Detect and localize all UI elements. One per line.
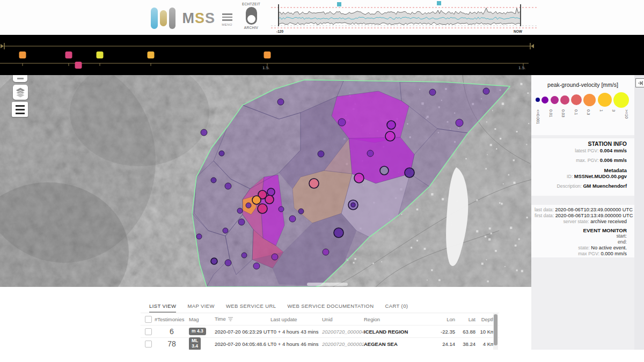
sort-icon[interactable] bbox=[228, 316, 233, 322]
station-marker[interactable] bbox=[298, 209, 304, 214]
map-layers-button[interactable] bbox=[13, 85, 28, 100]
waveform-canvas bbox=[271, 1, 539, 34]
layers-icon bbox=[14, 86, 26, 98]
station-marker[interactable] bbox=[338, 119, 346, 126]
station-marker[interactable] bbox=[387, 121, 396, 129]
column-header-time[interactable]: Time bbox=[215, 316, 270, 322]
station-marker[interactable] bbox=[456, 119, 463, 127]
sidebar-scroll-track[interactable] bbox=[634, 75, 644, 350]
legend-circle bbox=[536, 98, 540, 102]
legend-value-label: >=10 bbox=[624, 109, 629, 134]
table-cell: 38.24 bbox=[457, 341, 478, 347]
tab-cart-0-[interactable]: CART (0) bbox=[385, 303, 408, 313]
station-marker[interactable] bbox=[265, 195, 274, 204]
map-menu-button[interactable] bbox=[12, 102, 28, 117]
toggle-knob-icon bbox=[247, 15, 255, 23]
station-marker[interactable] bbox=[246, 203, 251, 208]
legend-labels: <=0.0010.010.030.10.313>=10 bbox=[536, 109, 629, 134]
timeline-event-marker[interactable] bbox=[75, 62, 82, 69]
tab-web-service-documentation[interactable]: WEB SERVICE DOCUMENTATION bbox=[287, 303, 374, 313]
station-marker[interactable] bbox=[367, 150, 374, 157]
legend-value-label: 0.01 bbox=[548, 109, 553, 134]
station-marker[interactable] bbox=[385, 131, 395, 141]
station-marker[interactable] bbox=[223, 228, 228, 233]
station-marker[interactable] bbox=[429, 89, 436, 95]
station-marker[interactable] bbox=[309, 179, 319, 188]
app-title: MSS bbox=[182, 8, 215, 29]
row-checkbox[interactable] bbox=[145, 341, 152, 348]
event-table-row[interactable]: 6m 4.32020-07-20 06:23:29 UTCT0 + 4 hour… bbox=[141, 326, 499, 338]
station-marker[interactable] bbox=[318, 151, 324, 157]
server-state-line: server state: archive received bbox=[535, 219, 627, 224]
event-max-pgv-line: max PGV: 0.000 mm/s bbox=[535, 251, 627, 256]
legend-circle bbox=[551, 96, 559, 104]
station-marker[interactable] bbox=[211, 258, 217, 264]
event-marker-icon[interactable] bbox=[437, 1, 441, 5]
station-marker[interactable] bbox=[405, 168, 414, 178]
station-marker[interactable] bbox=[354, 173, 364, 183]
table-scrollbar[interactable] bbox=[493, 313, 498, 350]
info-sidebar: peak-ground-velocity [mm/s] <=0.0010.010… bbox=[531, 75, 634, 350]
event-list-panel: LIST VIEWMAP VIEWWEB SERVICE URLWEB SERV… bbox=[141, 298, 499, 350]
row-checkbox[interactable] bbox=[145, 328, 152, 335]
collapse-panel-button[interactable] bbox=[635, 78, 644, 87]
seismogram-display: -120 NOW bbox=[271, 1, 539, 34]
station-marker[interactable] bbox=[267, 188, 275, 196]
logo-bar-blue-icon bbox=[151, 8, 158, 29]
table-cell: AEGEAN SEA bbox=[364, 341, 433, 347]
table-scrollbar-thumb[interactable] bbox=[494, 314, 497, 345]
magnitude-badge: m 4.3 bbox=[189, 328, 206, 335]
timeline-event-marker[interactable] bbox=[65, 51, 72, 58]
timeline-event-marker[interactable] bbox=[264, 51, 271, 58]
timeline-event-marker[interactable] bbox=[19, 51, 26, 58]
arrow-right-icon bbox=[638, 80, 643, 86]
station-marker[interactable] bbox=[237, 208, 243, 213]
tab-web-service-url[interactable]: WEB SERVICE URL bbox=[226, 303, 276, 313]
station-marker[interactable] bbox=[253, 263, 260, 269]
table-cell: -22.35 bbox=[433, 329, 457, 335]
event-table-row[interactable]: 78ML3.42020-07-20 04:05:48.6 UTCT0 + 4 h… bbox=[141, 338, 499, 350]
menu-button[interactable]: MENÜ bbox=[221, 12, 233, 28]
toggle-pill[interactable] bbox=[246, 7, 257, 25]
station-marker[interactable] bbox=[225, 260, 231, 266]
table-cell: 20200720_0000023 bbox=[322, 341, 364, 347]
station-marker[interactable] bbox=[238, 219, 245, 225]
legend-circle bbox=[541, 97, 548, 104]
legend-value-label: 0.1 bbox=[574, 109, 579, 134]
station-marker[interactable] bbox=[279, 206, 284, 212]
station-marker[interactable] bbox=[225, 183, 231, 189]
station-marker[interactable] bbox=[334, 228, 343, 238]
column-header-mag: Mag bbox=[189, 316, 215, 322]
station-marker[interactable] bbox=[323, 249, 329, 255]
timeline-event-marker[interactable] bbox=[148, 51, 155, 58]
station-marker[interactable] bbox=[252, 196, 261, 204]
station-marker[interactable] bbox=[483, 88, 489, 94]
station-marker[interactable] bbox=[289, 216, 296, 222]
tab-map-view[interactable]: MAP VIEW bbox=[187, 303, 215, 313]
station-marker[interactable] bbox=[258, 204, 267, 213]
timeline-event-marker[interactable] bbox=[97, 51, 104, 58]
map-horizontal-scrollbar[interactable] bbox=[307, 283, 348, 286]
station-marker[interactable] bbox=[219, 151, 224, 156]
tab-list-view[interactable]: LIST VIEW bbox=[149, 303, 176, 313]
station-marker[interactable] bbox=[201, 129, 207, 136]
legend-circles bbox=[536, 91, 629, 108]
timeline-track[interactable] bbox=[0, 35, 644, 75]
max-pgv-line: max. PGV: 0.006 mm/s bbox=[535, 158, 627, 163]
column-header-unid: Unid bbox=[322, 316, 364, 322]
map-zoom-button[interactable] bbox=[13, 75, 27, 82]
event-marker-icon[interactable] bbox=[337, 2, 341, 6]
map-canvas[interactable] bbox=[0, 75, 531, 287]
station-marker[interactable] bbox=[196, 234, 202, 239]
select-all-checkbox[interactable] bbox=[145, 316, 152, 323]
station-marker[interactable] bbox=[277, 99, 284, 105]
table-cell bbox=[141, 328, 155, 335]
toggle-top-label: ECHTZEIT bbox=[240, 2, 262, 6]
realtime-archive-toggle[interactable]: ECHTZEIT ARCHIV bbox=[240, 2, 262, 34]
station-marker[interactable] bbox=[211, 178, 216, 183]
station-marker[interactable] bbox=[241, 253, 247, 258]
latest-pgv-line: latest PGV: 0.004 mm/s bbox=[535, 148, 627, 153]
event-start-line: start: bbox=[535, 233, 627, 239]
station-marker[interactable] bbox=[380, 166, 389, 175]
station-marker[interactable] bbox=[272, 254, 278, 260]
